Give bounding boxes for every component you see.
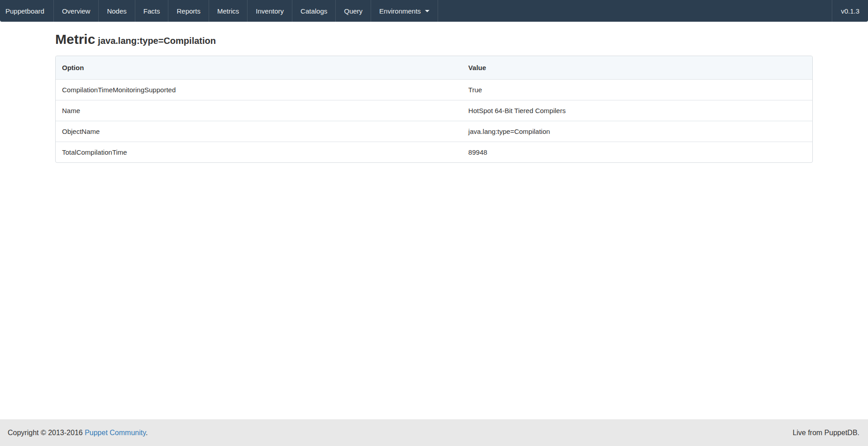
nav-item-overview[interactable]: Overview [54,0,99,22]
main-content: Metricjava.lang:type=Compilation Option … [0,22,868,419]
footer: Copyright © 2013-2016 Puppet Community. … [0,419,868,446]
table-row: NameHotSpot 64-Bit Tiered Compilers [56,100,812,121]
column-header-option: Option [56,56,462,79]
value-cell: java.lang:type=Compilation [462,121,812,142]
value-cell: HotSpot 64-Bit Tiered Compilers [462,100,812,121]
puppetdb-status-text: Live from PuppetDB. [792,429,859,437]
column-header-value: Value [462,56,812,79]
navbar-items: OverviewNodesFactsReportsMetricsInventor… [54,0,371,22]
table-header-row: Option Value [56,56,812,79]
option-cell: Name [56,100,462,121]
nav-item-facts[interactable]: Facts [135,0,169,22]
option-cell: TotalCompilationTime [56,142,462,162]
page-subtitle: java.lang:type=Compilation [98,36,216,46]
nav-item-query[interactable]: Query [336,0,371,22]
nav-item-metrics[interactable]: Metrics [209,0,248,22]
copyright-prefix: Copyright © 2013-2016 [8,429,85,437]
metric-table: Option Value CompilationTimeMonitoringSu… [55,56,813,163]
table-row: CompilationTimeMonitoringSupportedTrue [56,79,812,100]
nav-item-inventory[interactable]: Inventory [248,0,292,22]
puppet-community-link[interactable]: Puppet Community [85,429,146,437]
navbar-brand-puppetboard[interactable]: Puppetboard [0,0,54,22]
nav-dropdown-environments[interactable]: Environments [371,0,438,22]
copyright-text: Copyright © 2013-2016 Puppet Community. [8,429,792,437]
value-cell: 89948 [462,142,812,162]
navbar-spacer [438,0,832,22]
page-title: Metricjava.lang:type=Compilation [55,32,813,47]
table-row: TotalCompilationTime89948 [56,142,812,162]
caret-down-icon [425,10,429,12]
page-title-text: Metric [55,32,95,47]
table-row: ObjectNamejava.lang:type=Compilation [56,121,812,142]
navbar: Puppetboard OverviewNodesFactsReportsMet… [0,0,868,22]
version-text: v0.1.3 [832,0,868,22]
value-cell: True [462,79,812,100]
nav-item-reports[interactable]: Reports [168,0,209,22]
option-cell: CompilationTimeMonitoringSupported [56,79,462,100]
copyright-suffix: . [146,429,148,437]
nav-item-nodes[interactable]: Nodes [99,0,135,22]
environments-label: Environments [379,7,421,15]
nav-item-catalogs[interactable]: Catalogs [292,0,336,22]
option-cell: ObjectName [56,121,462,142]
